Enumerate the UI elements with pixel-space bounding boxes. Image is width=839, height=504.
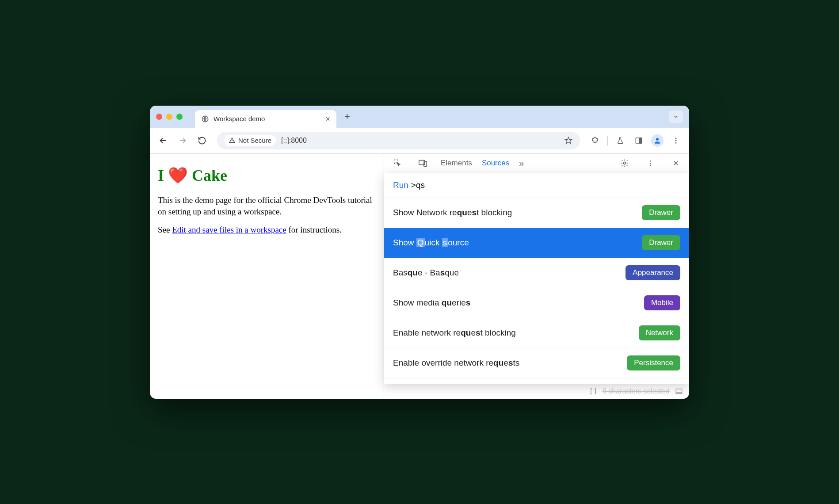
svg-point-11 — [650, 160, 651, 162]
menu-icon[interactable] — [668, 133, 684, 149]
tab-strip: Workspace demo × + — [150, 106, 689, 128]
avatar-icon — [651, 134, 664, 147]
devtools-panel: Elements Sources » Run >qs — [384, 154, 689, 399]
command-item-badge: Persistence — [627, 355, 680, 370]
svg-point-6 — [675, 142, 677, 143]
svg-point-10 — [624, 162, 626, 164]
command-item[interactable]: Enable override network requestsPersiste… — [384, 348, 689, 378]
command-item-label: Show Quick source — [393, 238, 642, 248]
security-label: Not Secure — [238, 137, 271, 144]
bookmark-icon[interactable] — [564, 136, 573, 145]
divider — [607, 136, 608, 145]
page-heading: I ❤️ Cake — [158, 166, 376, 185]
browser-toolbar: Not Secure [::]:8000 — [150, 128, 689, 153]
svg-rect-9 — [424, 161, 427, 166]
close-window-button[interactable] — [156, 114, 162, 120]
command-item-label: Show Network request blocking — [393, 208, 642, 218]
status-text: 9 characters selected — [603, 387, 670, 395]
forward-button[interactable] — [175, 133, 191, 149]
command-menu: Run >qs Show Network request blockingDra… — [384, 173, 689, 384]
command-item[interactable]: Show Quick sourceDrawer — [384, 228, 689, 258]
new-tab-button[interactable]: + — [344, 111, 350, 122]
command-item-label: Basque - Basque — [393, 268, 625, 278]
globe-icon — [201, 115, 209, 123]
command-item-label: Show media queries — [393, 298, 644, 308]
active-tab[interactable]: Workspace demo × — [195, 110, 336, 128]
command-results: Show Network request blockingDrawerShow … — [384, 198, 689, 378]
svg-point-4 — [675, 137, 677, 139]
command-item-badge: Network — [639, 325, 680, 340]
command-item-badge: Drawer — [642, 235, 680, 250]
svg-point-13 — [650, 164, 651, 166]
more-tabs-icon[interactable]: » — [519, 158, 524, 168]
close-devtools-icon[interactable] — [668, 155, 684, 171]
settings-icon[interactable] — [617, 155, 633, 171]
svg-point-5 — [675, 140, 677, 141]
reload-button[interactable] — [194, 133, 210, 149]
command-item[interactable]: Show Network request blockingDrawer — [384, 198, 689, 228]
close-tab-icon[interactable]: × — [325, 115, 330, 123]
kebab-icon[interactable] — [642, 155, 658, 171]
window-controls — [156, 114, 183, 120]
tab-title: Workspace demo — [214, 115, 321, 122]
brackets-icon[interactable] — [589, 387, 597, 395]
content-area: I ❤️ Cake This is the demo page for the … — [150, 153, 689, 399]
maximize-window-button[interactable] — [176, 114, 183, 120]
run-label: Run — [393, 180, 408, 190]
command-item[interactable]: Basque - BasqueAppearance — [384, 258, 689, 288]
labs-icon[interactable] — [612, 133, 628, 149]
minimize-window-button[interactable] — [166, 114, 172, 120]
reading-mode-icon[interactable] — [631, 133, 647, 149]
svg-rect-2 — [639, 138, 642, 143]
rendered-page: I ❤️ Cake This is the demo page for the … — [150, 154, 384, 399]
svg-point-12 — [650, 163, 651, 164]
page-paragraph-2: See Edit and save files in a workspace f… — [158, 224, 376, 236]
tabs-dropdown-button[interactable] — [669, 111, 683, 123]
panel-icon[interactable] — [675, 387, 683, 395]
devtools-statusbar: 9 characters selected — [384, 384, 689, 399]
inspect-icon[interactable] — [389, 155, 405, 171]
device-toggle-icon[interactable] — [415, 155, 431, 171]
svg-rect-14 — [676, 389, 682, 394]
browser-window: Workspace demo × + Not Secure [::]:8000 — [150, 106, 689, 399]
command-item-label: Enable network request blocking — [393, 328, 639, 338]
command-item-badge: Appearance — [625, 265, 680, 280]
command-item[interactable]: Show media queriesMobile — [384, 288, 689, 318]
toolbar-actions — [587, 133, 684, 149]
security-chip[interactable]: Not Secure — [224, 135, 276, 146]
tutorial-link[interactable]: Edit and save files in a workspace — [172, 225, 286, 234]
command-item-badge: Mobile — [644, 295, 680, 310]
devtools-tabbar: Elements Sources » — [384, 154, 689, 173]
extensions-icon[interactable] — [587, 133, 603, 149]
tab-elements[interactable]: Elements — [441, 159, 472, 168]
url-text: [::]:8000 — [281, 137, 559, 145]
command-input[interactable]: Run >qs — [384, 173, 689, 198]
address-bar[interactable]: Not Secure [::]:8000 — [217, 132, 580, 149]
command-query: >qs — [411, 180, 425, 190]
command-item[interactable]: Enable network request blockingNetwork — [384, 318, 689, 348]
page-paragraph: This is the demo page for the official C… — [158, 195, 376, 218]
command-item-label: Enable override network requests — [393, 358, 627, 368]
profile-button[interactable] — [649, 133, 665, 149]
tab-sources[interactable]: Sources — [482, 159, 509, 168]
command-item-badge: Drawer — [642, 205, 680, 220]
svg-point-3 — [656, 138, 659, 141]
back-button[interactable] — [155, 133, 171, 149]
